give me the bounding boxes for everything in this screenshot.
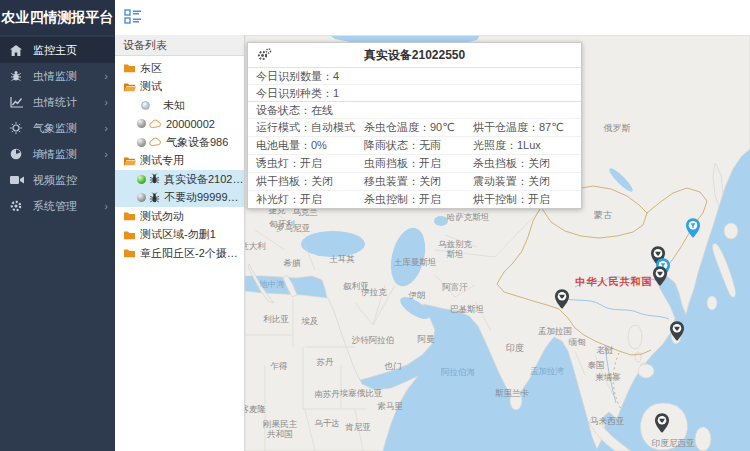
popup-param-杀虫控制: 杀虫控制：开启 [364, 191, 473, 208]
popup-param-烘干仓温度: 烘干仓温度：87℃ [473, 119, 581, 136]
sidebar-item-label: 虫情监测 [33, 69, 77, 84]
insect-device-icon [149, 192, 160, 204]
tree-node-label: 不要动99999999 [164, 190, 244, 205]
popup-grid-row: 烘干挡板：关闭移虫装置：关闭震动装置：关闭 [248, 173, 581, 191]
tree-folder-章丘阳丘区-2个摄像头[interactable]: 章丘阳丘区-2个摄像头 [115, 244, 244, 263]
insect-device-pin[interactable] [555, 289, 570, 309]
popup-stat-row: 今日识别种类：1 [248, 85, 581, 102]
folder-closed-icon [123, 63, 136, 73]
tree-device-不要动99999999[interactable]: 不要动99999999 [115, 189, 244, 208]
tree-folder-测试专用[interactable]: 测试专用 [115, 152, 244, 171]
popup-stats: 今日识别数量：4今日识别种类：1 [248, 68, 581, 102]
folder-open-icon [123, 82, 136, 92]
sidebar-item-label: 虫情统计 [33, 95, 77, 110]
chevron-right-icon: › [104, 71, 108, 82]
weather-device-icon [149, 119, 162, 129]
tree-node-label: 测试勿动 [140, 209, 184, 224]
sidebar-item-label: 墒情监测 [33, 147, 77, 162]
sidebar-item-label: 气象监测 [33, 121, 77, 136]
folder-open-icon [123, 156, 136, 166]
tree-folder-测试勿动[interactable]: 测试勿动 [115, 207, 244, 226]
popup-grid-row: 诱虫灯：开启虫雨挡板：开启杀虫挡板：关闭 [248, 155, 581, 173]
sidebar-item-虫情统计[interactable]: 虫情统计› [0, 89, 115, 115]
popup-param-烘干挡板: 烘干挡板：关闭 [256, 173, 364, 190]
popup-grid-row: 运行模式：自动模式杀虫仓温度：90℃烘干仓温度：87℃ [248, 119, 581, 137]
tree-device-真实设备21022550[interactable]: 真实设备21022550 [115, 170, 244, 189]
sidebar-item-系统管理[interactable]: 系统管理› [0, 193, 115, 219]
popup-param-降雨状态: 降雨状态：无雨 [364, 137, 473, 154]
folder-closed-icon [123, 230, 136, 240]
sidebar-item-视频监控[interactable]: 视频监控 [0, 167, 115, 193]
moisture-icon [10, 148, 24, 160]
tree-node-label: 测试区域-勿删1 [140, 227, 216, 242]
sidebar-item-监控主页[interactable]: 监控主页 [0, 37, 115, 63]
chevron-right-icon: › [104, 149, 108, 160]
sidebar-menu: 监控主页虫情监测›虫情统计›气象监测›墒情监测›视频监控系统管理› [0, 35, 115, 219]
popup-param-移虫装置: 移虫装置：关闭 [364, 173, 473, 190]
chart-icon [10, 96, 24, 108]
home-icon [10, 44, 24, 56]
popup-grid-row: 电池电量：0%降雨状态：无雨光照度：1Lux [248, 137, 581, 155]
popup-param-震动装置: 震动装置：关闭 [473, 173, 581, 190]
popup-param-光照度: 光照度：1Lux [473, 137, 581, 154]
tree-node-label: 东区 [140, 61, 162, 76]
tree-folder-测试区域-勿删1[interactable]: 测试区域-勿删1 [115, 226, 244, 245]
tree-device-未知[interactable]: 未知 [115, 96, 244, 115]
sidebar-item-墒情监测[interactable]: 墒情监测› [0, 141, 115, 167]
chevron-right-icon: › [104, 201, 108, 212]
popup-header: 真实设备21022550 [248, 43, 581, 68]
popup-param-运行模式: 运行模式：自动模式 [256, 119, 364, 136]
device-list-panel: 设备列表 东区测试未知20000002气象设备986测试专用真实设备210225… [115, 35, 245, 451]
tree-node-label: 气象设备986 [166, 135, 228, 150]
tree-device-气象设备986[interactable]: 气象设备986 [115, 133, 244, 152]
insect-device-icon [149, 173, 160, 185]
weather-icon [10, 122, 24, 134]
tree-node-label: 真实设备21022550 [164, 172, 244, 187]
sidebar-item-label: 视频监控 [33, 173, 77, 188]
top-header [115, 0, 750, 36]
popup-param-杀虫挡板: 杀虫挡板：关闭 [473, 155, 581, 172]
sidebar-item-气象监测[interactable]: 气象监测› [0, 115, 115, 141]
device-info-popup: 真实设备21022550 今日识别数量：4今日识别种类：1 设备状态：在线 运行… [247, 42, 582, 209]
popup-device-title: 真实设备21022550 [248, 47, 581, 64]
tree-folder-东区[interactable]: 东区 [115, 59, 244, 78]
status-offline-icon [137, 193, 146, 202]
popup-param-杀虫仓温度: 杀虫仓温度：90℃ [364, 119, 473, 136]
tree-node-label: 测试 [140, 79, 162, 94]
popup-param-电池电量: 电池电量：0% [256, 137, 364, 154]
tree-node-label: 章丘阳丘区-2个摄像头 [140, 246, 244, 261]
video-icon [10, 174, 24, 186]
popup-stat-row: 今日识别数量：4 [248, 68, 581, 85]
status-offline-icon [137, 119, 146, 128]
device-list-toggle-icon[interactable] [124, 9, 142, 26]
tree-device-20000002[interactable]: 20000002 [115, 115, 244, 134]
device-tree: 东区测试未知20000002气象设备986测试专用真实设备21022550不要动… [115, 56, 244, 263]
tree-folder-测试[interactable]: 测试 [115, 78, 244, 97]
settings-icon[interactable] [256, 47, 272, 63]
chevron-right-icon: › [104, 123, 108, 134]
popup-param-补光灯: 补光灯：开启 [256, 191, 364, 208]
sidebar-item-label: 系统管理 [33, 199, 77, 214]
popup-parameter-grid: 运行模式：自动模式杀虫仓温度：90℃烘干仓温度：87℃电池电量：0%降雨状态：无… [248, 119, 581, 208]
tree-node-label: 未知 [163, 98, 185, 113]
gear-icon [10, 200, 24, 212]
popup-param-烘干控制: 烘干控制：开启 [473, 191, 581, 208]
device-status-row: 设备状态：在线 [248, 102, 581, 119]
status-offline-icon [137, 138, 146, 147]
status-online-icon [137, 175, 146, 184]
weather-device-icon [149, 137, 162, 147]
camera-device-pin[interactable] [686, 218, 701, 238]
insect-device-pin[interactable] [655, 413, 670, 433]
app-window: 俄罗斯蒙古哈萨克斯坦乌克兰捷克匈牙利罗马尼亚意大利希腊土耳其乌兹别克 斯坦土库曼… [0, 0, 750, 451]
device-list-title: 设备列表 [115, 35, 244, 56]
tree-node-label: 测试专用 [140, 153, 184, 168]
sidebar-item-虫情监测[interactable]: 虫情监测› [0, 63, 115, 89]
status-unknown-icon [141, 101, 150, 110]
sidebar: 农业四情测报平台 监控主页虫情监测›虫情统计›气象监测›墒情监测›视频监控系统管… [0, 0, 115, 451]
insect-device-pin[interactable] [670, 321, 685, 341]
folder-closed-icon [123, 211, 136, 221]
chevron-right-icon: › [104, 97, 108, 108]
popup-param-虫雨挡板: 虫雨挡板：开启 [364, 155, 473, 172]
insect-device-pin[interactable] [653, 266, 668, 286]
app-title: 农业四情测报平台 [0, 0, 115, 35]
